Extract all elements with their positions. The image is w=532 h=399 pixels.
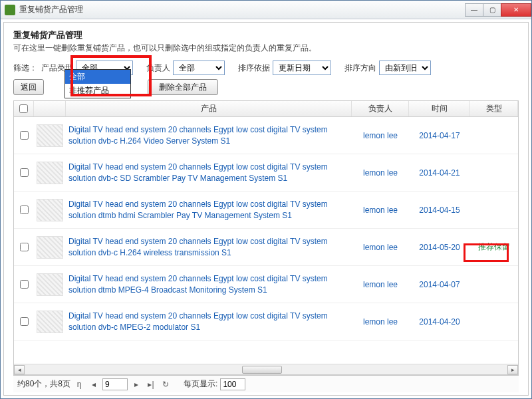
- product-cell[interactable]: Digital TV head end system 20 channels E…: [66, 124, 352, 146]
- col-owner[interactable]: 负责人: [352, 101, 409, 116]
- select-all-checkbox[interactable]: [19, 104, 28, 113]
- product-type-dropdown[interactable]: 全部 非推荐产品: [65, 69, 131, 98]
- time-cell: 2014-04-15: [409, 205, 470, 215]
- scroll-right-icon[interactable]: ▸: [507, 365, 518, 374]
- dropdown-option[interactable]: 全部: [65, 70, 130, 84]
- product-cell[interactable]: Digital TV head end system 20 channels E…: [66, 162, 352, 183]
- window-title: 重复铺货产品管理: [19, 4, 466, 15]
- table-row[interactable]: Digital TV head end system 20 channels E…: [14, 192, 518, 229]
- thumbnail-icon: [37, 124, 63, 147]
- close-button[interactable]: ✕: [501, 3, 531, 17]
- row-checkbox[interactable]: [20, 205, 29, 214]
- page-subtitle: 可在这里一键删除重复铺货产品，也可以只删除选中的组或指定的负责人的重复产品。: [13, 43, 519, 54]
- table-row[interactable]: Digital TV head end system 20 channels E…: [14, 154, 518, 192]
- page-title: 重复铺货产品管理: [13, 29, 519, 41]
- table-row[interactable]: Digital TV head end system 20 channels E…: [14, 266, 518, 303]
- h-scrollbar[interactable]: ◂ ▸: [14, 364, 518, 374]
- owner-label: 负责人: [146, 63, 170, 74]
- product-cell[interactable]: Digital TV head end system 20 channels E…: [66, 236, 352, 257]
- table-row[interactable]: Digital TV head end system 20 channels E…: [14, 229, 518, 266]
- table-row[interactable]: Digital TV head end system 20 channels E…: [14, 303, 518, 340]
- time-cell: 2014-04-20: [409, 317, 470, 327]
- time-cell: 2014-05-20: [409, 243, 470, 252]
- table: 产品 负责人 时间 类型 Digital TV head end system …: [13, 100, 519, 375]
- pager-summary: 约80个，共8页: [17, 378, 70, 390]
- prev-page-icon[interactable]: ◂: [88, 378, 100, 390]
- owner-cell: lemon lee: [352, 168, 409, 178]
- owner-cell: lemon lee: [352, 280, 409, 289]
- time-cell: 2014-04-21: [409, 168, 470, 178]
- page-input[interactable]: [102, 378, 128, 390]
- titlebar[interactable]: 重复铺货产品管理 — ▢ ✕: [1, 1, 531, 19]
- table-header: 产品 负责人 时间 类型: [14, 101, 518, 117]
- owner-select[interactable]: 全部: [173, 61, 225, 75]
- time-cell: 2014-04-07: [409, 280, 470, 289]
- col-product[interactable]: 产品: [66, 101, 352, 116]
- filter-prefix: 筛选：: [13, 63, 37, 74]
- delete-all-button[interactable]: 删除全部产品: [148, 79, 218, 95]
- owner-cell: lemon lee: [352, 243, 409, 252]
- table-body[interactable]: Digital TV head end system 20 channels E…: [14, 117, 518, 364]
- pager: 约80个，共8页 η ◂ ▸ ▸| ↻ 每页显示:: [13, 375, 519, 392]
- back-button[interactable]: 返回: [13, 79, 44, 95]
- sortby-select[interactable]: 更新日期: [273, 61, 331, 75]
- per-page-label: 每页显示:: [184, 378, 217, 390]
- type-cell: 推荐保留: [470, 241, 518, 253]
- thumbnail-icon: [37, 236, 63, 259]
- owner-cell: lemon lee: [352, 131, 409, 140]
- minimize-button[interactable]: —: [465, 3, 483, 17]
- sortdir-select[interactable]: 由新到旧: [379, 61, 431, 75]
- product-cell[interactable]: Digital TV head end system 20 channels E…: [66, 273, 352, 295]
- sortby-label: 排序依据: [238, 63, 270, 74]
- scroll-thumb[interactable]: [242, 366, 282, 374]
- thumbnail-icon: [37, 199, 63, 221]
- col-time[interactable]: 时间: [409, 101, 470, 116]
- owner-cell: lemon lee: [352, 317, 409, 327]
- first-page-icon[interactable]: η: [73, 378, 85, 390]
- app-icon: [5, 5, 15, 15]
- time-cell: 2014-04-17: [409, 131, 470, 140]
- scroll-left-icon[interactable]: ◂: [14, 365, 25, 374]
- product-cell[interactable]: Digital TV head end system 20 channels E…: [66, 311, 352, 332]
- thumbnail-icon: [37, 273, 63, 296]
- app-window: 重复铺货产品管理 — ▢ ✕ 重复铺货产品管理 可在这里一键删除重复铺货产品，也…: [0, 0, 532, 399]
- row-checkbox[interactable]: [20, 317, 29, 326]
- row-checkbox[interactable]: [20, 280, 29, 289]
- maximize-button[interactable]: ▢: [483, 3, 501, 17]
- thumbnail-icon: [37, 311, 63, 333]
- owner-cell: lemon lee: [352, 205, 409, 215]
- per-page-input[interactable]: [220, 378, 245, 390]
- next-page-icon[interactable]: ▸: [130, 378, 142, 390]
- last-page-icon[interactable]: ▸|: [145, 378, 157, 390]
- refresh-icon[interactable]: ↻: [160, 378, 172, 390]
- table-row[interactable]: Digital TV head end system 20 channels E…: [14, 117, 518, 154]
- row-checkbox[interactable]: [20, 168, 29, 177]
- row-checkbox[interactable]: [20, 131, 29, 140]
- thumbnail-icon: [37, 162, 63, 184]
- dropdown-option[interactable]: 非推荐产品: [65, 84, 130, 98]
- product-cell[interactable]: Digital TV head end system 20 channels E…: [66, 199, 352, 220]
- row-checkbox[interactable]: [20, 243, 29, 251]
- sortdir-label: 排序方向: [344, 63, 376, 74]
- col-type[interactable]: 类型: [470, 101, 518, 116]
